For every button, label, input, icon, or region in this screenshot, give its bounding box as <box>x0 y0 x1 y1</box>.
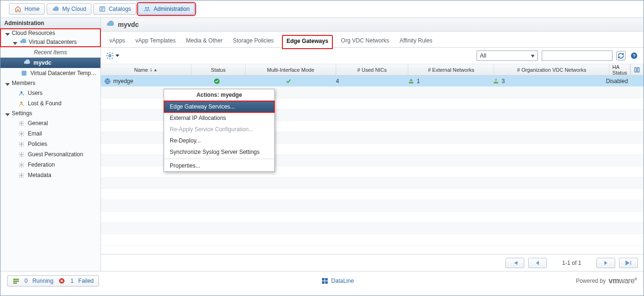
pager-last[interactable] <box>619 258 638 268</box>
svg-point-12 <box>109 55 111 57</box>
tree-cloud-resources-label: Cloud Resources <box>12 30 55 36</box>
sort-indicator: 1 ▲ <box>150 68 157 72</box>
home-icon <box>14 5 22 13</box>
col-settings[interactable] <box>630 64 644 75</box>
sidebar-vdc-template-label: Virtual Datacenter Template <box>30 70 98 76</box>
sidebar-policies[interactable]: Policies <box>0 139 100 149</box>
nav-mycloud-label: My Cloud <box>62 6 86 12</box>
toolbar: All ? <box>101 48 644 64</box>
actions-gear-button[interactable] <box>106 51 119 60</box>
col-ha[interactable]: HA Status <box>610 64 630 75</box>
recent-item-myvdc[interactable]: myvdc <box>0 58 100 68</box>
status-tasks[interactable]: 0 Running 1 Failed <box>7 275 99 287</box>
expand-icon[interactable] <box>5 111 10 116</box>
sidebar-federation[interactable]: Federation <box>0 160 100 170</box>
svg-point-11 <box>20 174 22 176</box>
svg-rect-23 <box>13 280 19 282</box>
failed-label: Failed <box>78 278 94 284</box>
gear-icon <box>17 140 25 148</box>
svg-point-1 <box>145 7 147 8</box>
table-row <box>101 200 644 211</box>
col-extnets[interactable]: # External Networks <box>408 64 494 75</box>
svg-rect-24 <box>13 282 17 284</box>
svg-point-5 <box>20 101 22 103</box>
help-button[interactable]: ? <box>629 51 639 60</box>
tree-settings[interactable]: Settings <box>0 109 100 118</box>
ctx-sync-syslog[interactable]: Synchronize Syslog Server Settings <box>164 146 274 158</box>
tree-virtual-datacenters[interactable]: Virtual Datacenters <box>0 37 100 47</box>
cell-extnets: 1 <box>405 76 489 86</box>
svg-rect-3 <box>22 71 26 75</box>
filter-select[interactable]: All <box>477 51 538 61</box>
tab-templates[interactable]: vApp Templates <box>133 35 177 48</box>
sidebar-general[interactable]: General <box>0 118 100 128</box>
expand-icon[interactable] <box>5 81 10 85</box>
svg-rect-19 <box>409 82 413 83</box>
refresh-button[interactable] <box>616 51 626 60</box>
pager-first[interactable] <box>505 258 524 268</box>
sidebar-email-label: Email <box>28 130 42 137</box>
svg-point-10 <box>20 164 22 165</box>
svg-rect-16 <box>637 68 639 72</box>
svg-rect-15 <box>635 68 636 72</box>
page-title-bar: myvdc <box>101 18 644 32</box>
catalog-icon <box>99 5 106 13</box>
status-right: Powered by vmware® <box>576 277 637 285</box>
tree-cloud-resources[interactable]: Cloud Resources <box>0 29 100 37</box>
col-mimode[interactable]: Multi-Interface Mode <box>246 64 336 75</box>
tab-affinity[interactable]: Affinity Rules <box>397 35 434 48</box>
sidebar-metadata-label: Metadata <box>28 172 51 178</box>
table-row[interactable]: myedge 4 <box>101 76 644 87</box>
nav-mycloud[interactable]: My Cloud <box>47 3 91 15</box>
svg-point-6 <box>20 122 22 124</box>
tab-media[interactable]: Media & Other <box>184 35 224 48</box>
sidebar-users[interactable]: Users <box>0 88 100 98</box>
expand-icon[interactable] <box>5 31 10 35</box>
col-name[interactable]: Name 1 ▲ <box>101 64 191 75</box>
nav-home[interactable]: Home <box>9 3 45 15</box>
gear-icon <box>17 130 25 137</box>
powered-by-label: Powered by <box>576 278 605 284</box>
ctx-reapply-service-config: Re-Apply Service Configuration... <box>164 124 274 135</box>
filter-input[interactable] <box>542 51 612 61</box>
svg-point-9 <box>20 153 22 155</box>
table-row <box>101 189 644 200</box>
pager-next[interactable] <box>596 258 615 268</box>
col-status[interactable]: Status <box>191 64 246 75</box>
sidebar-metadata[interactable]: Metadata <box>0 170 100 180</box>
gear-icon <box>17 119 25 127</box>
expand-icon[interactable] <box>13 40 17 44</box>
sidebar-lostfound[interactable]: Lost & Found <box>0 98 100 109</box>
ctx-edge-gateway-services[interactable]: Edge Gateway Services... <box>164 101 274 112</box>
sidebar-guest[interactable]: Guest Personalization <box>0 149 100 160</box>
tab-org-networks[interactable]: Org VDC Networks <box>339 35 391 48</box>
sidebar-federation-label: Federation <box>28 161 55 168</box>
cell-orgnets: 3 <box>489 76 603 86</box>
ctx-properties[interactable]: Properties... <box>164 160 274 171</box>
ctx-external-ip-allocations[interactable]: External IP Allocations <box>164 112 274 124</box>
sidebar-email[interactable]: Email <box>0 128 100 139</box>
tree-members-label: Members <box>12 80 35 86</box>
col-nics[interactable]: # Used NICs <box>336 64 409 75</box>
gear-icon <box>17 151 25 158</box>
pager-text: 1-1 of 1 <box>562 260 581 266</box>
tab-storage[interactable]: Storage Policies <box>231 35 276 48</box>
sidebar-vdc-template[interactable]: Virtual Datacenter Template <box>0 68 100 78</box>
statusbar: 0 Running 1 Failed DataLine Powered by v… <box>0 271 644 290</box>
nav-catalogs[interactable]: Catalogs <box>93 3 136 15</box>
pager-prev[interactable] <box>528 258 547 268</box>
running-count: 0 <box>25 278 28 284</box>
status-center: DataLine <box>99 277 576 285</box>
nav-administration[interactable]: Administration <box>138 3 195 15</box>
tab-edge-gateways[interactable]: Edge Gateways <box>282 35 333 49</box>
tree-settings-label: Settings <box>12 110 32 117</box>
tree-members[interactable]: Members <box>0 78 100 88</box>
tree-vdc-label: Virtual Datacenters <box>29 39 77 45</box>
col-orgnets[interactable]: # Organization VDC Networks <box>494 64 609 75</box>
tab-vapps[interactable]: vApps <box>107 35 127 48</box>
ctx-redeploy[interactable]: Re-Deploy... <box>164 135 274 146</box>
sidebar-lostfound-label: Lost & Found <box>28 100 61 107</box>
context-menu: Actions: myedge Edge Gateway Services...… <box>164 89 275 172</box>
cell-gear <box>631 76 644 86</box>
context-menu-title: Actions: myedge <box>164 89 274 101</box>
